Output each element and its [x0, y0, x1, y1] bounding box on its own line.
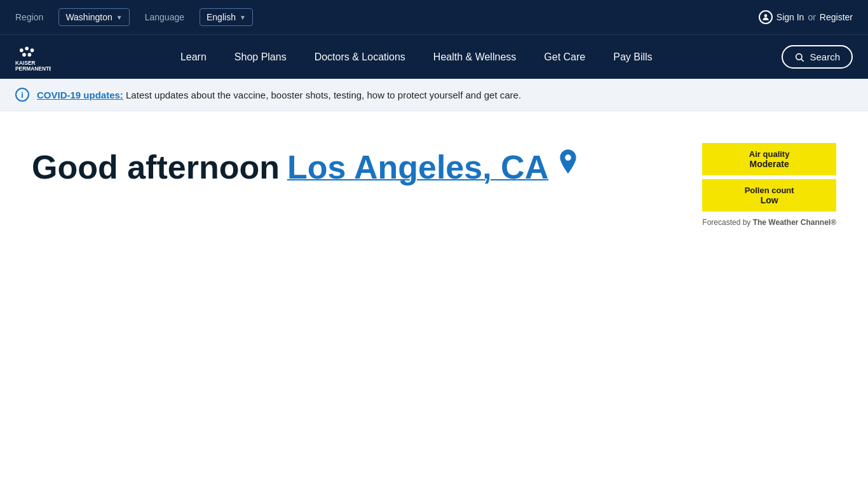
weather-credit-prefix: Forecasted by	[702, 218, 750, 227]
nav-link-health-wellness[interactable]: Health & Wellness	[419, 35, 530, 79]
covid-updates-link[interactable]: COVID-19 updates:	[37, 90, 123, 100]
region-label: Region	[15, 12, 43, 22]
weather-channel-name: The Weather Channel®	[753, 218, 836, 227]
air-quality-title: Air quality	[714, 149, 825, 159]
location-pin-icon	[556, 149, 580, 186]
pollen-count-value: Low	[714, 195, 825, 205]
language-selector[interactable]: English ▼	[200, 8, 253, 26]
svg-point-3	[31, 48, 34, 52]
language-value: English	[207, 12, 236, 22]
info-icon: i	[15, 88, 29, 102]
alert-content: COVID-19 updates: Latest updates about t…	[37, 90, 521, 100]
svg-point-1	[20, 48, 24, 52]
sign-in-link[interactable]: Sign In	[776, 12, 804, 22]
weather-widgets: Air quality Moderate Pollen count Low Fo…	[702, 143, 836, 227]
register-link[interactable]: Register	[820, 12, 853, 22]
weather-credit: Forecasted by The Weather Channel®	[702, 218, 836, 227]
search-icon	[794, 52, 804, 62]
region-chevron-icon: ▼	[116, 14, 123, 21]
svg-line-9	[801, 59, 804, 62]
main-content: Good afternoon Los Angeles, CA Air quali…	[0, 111, 868, 467]
nav-link-doctors-locations[interactable]: Doctors & Locations	[301, 35, 419, 79]
region-selector[interactable]: Washington ▼	[58, 8, 129, 26]
top-bar-right: Sign In or Register	[759, 10, 853, 24]
user-icon	[759, 10, 773, 24]
nav-bar: KAISER PERMANENTE. LearnShop PlansDoctor…	[0, 34, 868, 79]
language-chevron-icon: ▼	[240, 14, 246, 21]
search-button[interactable]: Search	[782, 45, 853, 69]
alert-message: Latest updates about the vaccine, booste…	[126, 90, 521, 100]
nav-links: LearnShop PlansDoctors & LocationsHealth…	[51, 35, 782, 79]
pollen-count-badge: Pollen count Low	[702, 179, 836, 212]
nav-link-learn[interactable]: Learn	[166, 35, 220, 79]
svg-point-4	[22, 53, 26, 57]
greeting-plain-text: Good afternoon	[32, 149, 280, 186]
greeting-location-link[interactable]: Los Angeles, CA	[287, 149, 548, 186]
language-label: Language	[145, 12, 184, 22]
svg-point-2	[25, 46, 29, 50]
nav-link-shop-plans[interactable]: Shop Plans	[220, 35, 301, 79]
kaiser-permanente-logo: KAISER PERMANENTE.	[15, 43, 51, 71]
search-label: Search	[810, 51, 840, 62]
alert-bar: i COVID-19 updates: Latest updates about…	[0, 79, 868, 111]
svg-text:PERMANENTE.: PERMANENTE.	[15, 65, 51, 71]
nav-link-get-care[interactable]: Get Care	[530, 35, 599, 79]
top-bar-left: Region Washington ▼ Language English ▼	[15, 8, 253, 26]
nav-link-pay-bills[interactable]: Pay Bills	[599, 35, 666, 79]
pollen-count-title: Pollen count	[714, 186, 825, 195]
or-separator: or	[808, 12, 815, 22]
svg-point-5	[28, 53, 32, 57]
air-quality-badge: Air quality Moderate	[702, 143, 836, 175]
region-value: Washington	[65, 12, 112, 22]
top-bar: Region Washington ▼ Language English ▼ S…	[0, 0, 868, 34]
svg-point-0	[764, 14, 767, 17]
svg-point-8	[796, 53, 802, 59]
logo-area[interactable]: KAISER PERMANENTE.	[15, 43, 51, 71]
air-quality-value: Moderate	[714, 159, 825, 169]
